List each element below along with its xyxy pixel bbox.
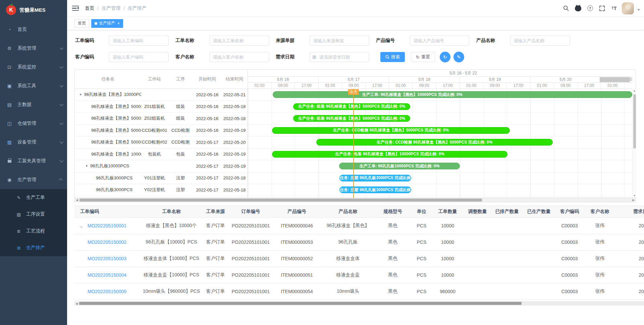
navbar-tools: ? TT xyxy=(561,2,640,14)
gantt-task-bar-selected[interactable]: 生产任务: 注塑 96孔孔板3000PCS 完成比例: 0% xyxy=(339,175,411,181)
gantt-task-bar[interactable]: 生产任务: 组装 96孔移液盒【黑色】5000PCS 完成比例: 0% xyxy=(293,103,410,110)
toolbox-icon: ▣ xyxy=(7,83,12,89)
gantt-workorder-bar[interactable]: 生产工单: 96孔移液盒【黑色】10000PCS 完成比例: 0% xyxy=(273,91,632,98)
app-logo[interactable]: K 苦糖果MES xyxy=(0,0,67,20)
process-icon: ▧ xyxy=(16,212,21,217)
gantt-grid-row[interactable]: 96孔孔板3000PCS Y02注塑机注塑 2022-05-172022-05-… xyxy=(75,184,248,196)
due-date-input[interactable] xyxy=(310,52,369,62)
table-row[interactable]: MO202205150003 移液盒盒体【10000】PCS客户订单 PO202… xyxy=(74,251,644,267)
avatar-caret-icon[interactable] xyxy=(637,9,640,11)
edit-circle-button[interactable]: ✎ xyxy=(453,52,464,62)
table-row[interactable]: MO202205150004 移液盒盒盖【10000】PCS客户订单 PO202… xyxy=(74,267,644,283)
fullscreen-icon[interactable] xyxy=(598,4,606,13)
table-row[interactable]: MO202205150001 移液盒【黑色】10000个客户订单 PO20220… xyxy=(74,218,644,234)
work-order-code-input[interactable] xyxy=(109,36,169,46)
tab-close-icon[interactable]: × xyxy=(117,21,120,25)
main-area: 首页 / 生产管理 / 生产排产 ? TT 首页 生产排产 × xyxy=(67,0,644,325)
gantt-grid-row[interactable]: 96孔移液盒【黑色】10000PCS 包装机包装 2022-05-162022-… xyxy=(75,149,248,161)
sidebar-toggle-icon[interactable] xyxy=(72,6,79,11)
search-button[interactable]: 搜索 xyxy=(380,52,405,62)
gantt-grid-row[interactable]: 96孔移液盒【黑色】5000PCS CCD检测#01CCD检测 2022-05-… xyxy=(75,125,248,137)
sidebar-item-system-tools[interactable]: ▣ 系统工具 xyxy=(0,76,67,95)
work-order-name-input[interactable] xyxy=(209,36,269,46)
product-code-input[interactable] xyxy=(410,36,470,46)
collapse-triangle-icon[interactable]: ▼ xyxy=(85,164,88,168)
layers-icon: ▥ xyxy=(7,140,12,145)
tab-home[interactable]: 首页 xyxy=(74,19,89,28)
help-icon[interactable]: ? xyxy=(586,4,594,13)
gantt-task-bar[interactable]: 生产任务: CCD检测 96孔移液盒【黑色】5000PCS 完成比例: 0% xyxy=(316,139,553,146)
gantt-grid-row[interactable]: 96孔移液盒【黑色】5000PCS Z01组装机组装 2022-05-16202… xyxy=(75,101,248,113)
reset-button[interactable]: ↻ 重置 xyxy=(411,52,435,62)
chevron-down-icon xyxy=(60,65,63,68)
chevron-down-icon xyxy=(60,121,63,125)
edit-icon: ✎ xyxy=(16,195,21,200)
sidebar-item-craft-flow[interactable]: ≣ 工艺流程 xyxy=(0,223,67,239)
tab-production-scheduling[interactable]: 生产排产 × xyxy=(91,19,123,28)
scroll-up-icon[interactable]: ▲ xyxy=(633,89,636,93)
avatar[interactable] xyxy=(622,2,634,14)
flow-icon: ≣ xyxy=(16,229,21,234)
gantt-grid-row[interactable]: 96孔孔板3000PCS Y01注塑机注塑 2022-05-172022-05-… xyxy=(75,172,248,184)
search-icon[interactable] xyxy=(561,4,570,13)
sidebar-item-production-scheduling[interactable]: ⊞ 生产排产 xyxy=(0,239,67,256)
font-size-icon[interactable]: TT xyxy=(610,4,619,13)
table-horizontal-scrollbar[interactable]: ◀ xyxy=(74,301,644,306)
work-order-link[interactable]: MO202205150004 xyxy=(88,272,126,278)
gantt-task-bar[interactable]: 生产任务: CCD检测 96孔移液盒【黑色】5000PCS 完成比例: 0% xyxy=(272,127,510,134)
table-row[interactable]: MO202205150002 96孔孔板【10000】PCS客户订单 PO202… xyxy=(74,234,644,251)
expand-row-icon[interactable] xyxy=(80,223,88,228)
sidebar-item-system-mgmt[interactable]: ⚙ 系统管理 xyxy=(0,39,67,58)
customer-name-input[interactable] xyxy=(209,52,269,62)
gantt-grid-row[interactable]: 96孔移液盒【黑色】5000PCS Z02组装机组装 2022-05-16202… xyxy=(75,113,248,125)
sidebar: K 苦糖果MES ◔ 首页 ⚙ 系统管理 ⊡ 系统监控 ▣ 系统工具 ▤ 主数据… xyxy=(0,0,67,325)
collapse-triangle-icon[interactable]: ▼ xyxy=(79,93,82,96)
work-order-table: 工单编码工单名称 工单来源订单编号 产品编号产品名称 规格型号单位 工单数量调整… xyxy=(74,206,644,300)
sidebar-item-production-orders[interactable]: ✎ 生产工单 xyxy=(0,189,67,206)
scroll-left-icon[interactable]: ◀ xyxy=(74,302,79,306)
sidebar-item-master-data[interactable]: ▤ 主数据 xyxy=(0,95,67,114)
scroll-left-icon[interactable]: ◀ xyxy=(75,198,79,202)
gantt-grid-row[interactable]: ▼96孔移液盒【黑色】10000PCS 2022-05-162022-05-21 xyxy=(75,89,248,101)
sync-icon: ↻ xyxy=(443,54,447,60)
sidebar-item-fixtures[interactable]: 工装夹具管理 xyxy=(0,152,67,170)
sidebar-item-warehouse[interactable]: ◫ 仓储管理 xyxy=(0,114,67,133)
source-doc-input[interactable] xyxy=(310,36,369,46)
customer-code-input[interactable] xyxy=(109,52,169,62)
vertical-scrollbar-thumb[interactable] xyxy=(633,94,636,149)
lock-icon xyxy=(7,158,12,164)
gantt-task-bar[interactable]: 生产任务: 包装 96孔移液盒【黑色】10000PCS 完成比例: 0% xyxy=(272,151,507,158)
work-order-link[interactable]: MO202205150005 xyxy=(88,289,126,294)
gantt-grid-row[interactable]: ▼96孔孔板10000PCS 2022-05-172022-05-19 xyxy=(75,160,248,172)
sidebar-item-system-monitor[interactable]: ⊡ 系统监控 xyxy=(0,58,67,76)
sidebar-item-production[interactable]: ◉ 生产管理 xyxy=(0,170,67,189)
work-order-link[interactable]: MO202205150003 xyxy=(88,256,126,261)
sidebar-item-equipment[interactable]: ▥ 设备管理 xyxy=(0,133,67,152)
work-order-link[interactable]: MO202205150002 xyxy=(88,239,126,245)
work-order-link[interactable]: MO202205150001 xyxy=(88,223,126,228)
scroll-right-icon[interactable]: ▶ xyxy=(631,198,636,202)
refresh-circle-button[interactable]: ↻ xyxy=(440,52,450,62)
github-icon[interactable] xyxy=(574,4,582,13)
gantt-task-bar[interactable]: 生产任务: 组装 96孔移液盒【黑色】5000PCS 完成比例: 0% xyxy=(293,115,410,122)
sidebar-item-process-settings[interactable]: ▧ 工序设置 xyxy=(0,206,67,223)
timeline-scrollbar-thumb[interactable] xyxy=(600,77,630,82)
gantt-grid-row[interactable]: 96孔移液盒【黑色】5000PCS CCD检测#02CCD检测 2022-05-… xyxy=(75,137,248,149)
production-submenu: ✎ 生产工单 ▧ 工序设置 ≣ 工艺流程 ⊞ 生产排产 xyxy=(0,189,67,256)
horizontal-scrollbar-thumb[interactable] xyxy=(79,199,482,202)
sidebar-item-home[interactable]: ◔ 首页 xyxy=(0,20,67,39)
breadcrumb-home[interactable]: 首页 xyxy=(85,5,94,11)
gantt-vertical-scrollbar[interactable]: ▲ ▼ xyxy=(632,89,636,198)
gantt-bars-area: 今天 生产工单: 96孔移液盒【黑色】10000PCS 完成比例: 0% 生产任… xyxy=(248,89,632,198)
production-icon: ◉ xyxy=(7,177,12,182)
table-row[interactable]: MO202205150005 10mm吸头【960000】PCS客户订单 PO2… xyxy=(74,283,644,300)
dashboard-icon: ◔ xyxy=(7,27,12,32)
product-name-input[interactable] xyxy=(510,36,570,46)
horizontal-scrollbar-thumb[interactable] xyxy=(79,302,522,305)
gantt-task-bar-selected[interactable]: 生产任务: 注塑 96孔孔板3000PCS 完成比例: 0% xyxy=(339,186,411,193)
top-navbar: 首页 / 生产管理 / 生产排产 ? TT xyxy=(67,0,644,17)
gantt-chart: 任务名 工作站 工序 开始时间 结束时间 ▼96孔移液盒【黑色】10000PCS… xyxy=(74,69,636,202)
breadcrumb-production: 生产管理 xyxy=(102,5,120,11)
gantt-horizontal-scrollbar[interactable]: ◀ ▶ xyxy=(75,198,636,202)
gantt-workorder-bar[interactable]: 生产工单: 96孔孔板10000PCS 完成比例: 0% xyxy=(339,163,460,169)
